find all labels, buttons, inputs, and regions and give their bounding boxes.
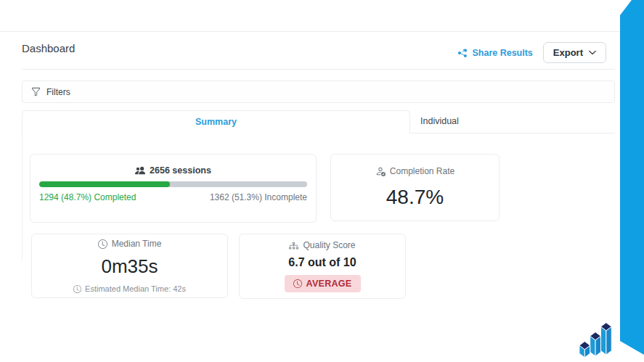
clock-icon-small <box>73 285 81 293</box>
sessions-total-label: 2656 sessions <box>150 165 211 176</box>
median-time-header: Median Time <box>98 239 162 249</box>
estimated-median-time-label: Estimated Median Time: 42s <box>85 284 186 293</box>
incomplete-count-label: 1362 (51.3%) Incomplete <box>210 192 307 202</box>
share-icon <box>457 48 468 58</box>
funnel-icon <box>31 87 41 96</box>
top-navigation-bar <box>0 0 644 32</box>
tab-summary[interactable]: Summary <box>22 110 410 133</box>
export-label: Export <box>553 47 583 58</box>
badge-clock-icon <box>293 279 302 288</box>
header-divider <box>22 69 615 70</box>
chevron-down-icon <box>589 50 596 55</box>
person-check-icon <box>375 166 386 176</box>
completion-rate-label: Completion Rate <box>390 166 455 176</box>
sessions-progress-bar <box>39 181 307 187</box>
people-icon <box>135 165 145 176</box>
median-time-card: Median Time 0m35s Estimated Median Time:… <box>31 234 228 298</box>
quality-score-value: 6.7 out of 10 <box>288 256 356 269</box>
export-button[interactable]: Export <box>543 42 606 63</box>
completion-rate-card: Completion Rate 48.7% <box>330 154 500 221</box>
completed-count-label: 1294 (48.7%) Completed <box>39 192 136 202</box>
tab-individual[interactable]: Individual <box>410 110 615 133</box>
page-title: Dashboard <box>22 42 75 54</box>
clock-icon <box>98 239 107 249</box>
median-time-label: Median Time <box>112 239 162 249</box>
share-results-button[interactable]: Share Results <box>457 48 532 58</box>
diagram-icon <box>289 241 298 250</box>
quality-status-badge: AVERAGE <box>285 275 361 292</box>
tab-bar: Summary Individual <box>22 110 615 133</box>
quality-score-header: Quality Score <box>289 240 355 250</box>
sessions-legend: 1294 (48.7%) Completed 1362 (51.3%) Inco… <box>39 192 307 202</box>
sessions-header: 2656 sessions <box>39 165 307 176</box>
filters-bar[interactable]: Filters <box>22 81 615 103</box>
sessions-card: 2656 sessions 1294 (48.7%) Completed 136… <box>30 154 317 223</box>
estimated-median-time: Estimated Median Time: 42s <box>73 284 186 293</box>
tab-pane-edge <box>22 133 23 261</box>
share-results-label: Share Results <box>472 48 532 58</box>
quality-badge-label: AVERAGE <box>306 279 352 289</box>
completion-rate-value: 48.7% <box>386 186 444 209</box>
quality-score-label: Quality Score <box>303 240 355 250</box>
logo-step-bars <box>579 317 614 359</box>
dashboard-screen: Dashboard Share Results Export Filters S… <box>0 0 644 362</box>
completion-rate-header: Completion Rate <box>375 166 455 176</box>
median-time-value: 0m35s <box>101 255 158 278</box>
sessions-progress-completed <box>39 181 170 187</box>
header-actions: Share Results Export <box>457 42 606 63</box>
quality-score-card: Quality Score 6.7 out of 10 AVERAGE <box>239 234 406 299</box>
filters-label: Filters <box>46 87 70 97</box>
